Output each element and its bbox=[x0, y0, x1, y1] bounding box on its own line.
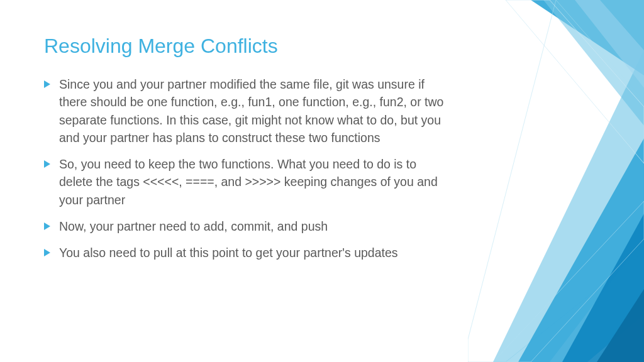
svg-marker-7 bbox=[506, 0, 644, 163]
slide-title: Resolving Merge Conflicts bbox=[44, 35, 453, 58]
bullet-item: Since you and your partner modified the … bbox=[44, 75, 453, 146]
bullet-item: Now, your partner need to add, commit, a… bbox=[44, 217, 453, 235]
svg-marker-6 bbox=[597, 289, 644, 362]
bullet-text: Now, your partner need to add, commit, a… bbox=[59, 217, 453, 235]
svg-marker-0 bbox=[531, 0, 644, 75]
svg-marker-4 bbox=[518, 138, 644, 362]
svg-marker-1 bbox=[543, 0, 644, 126]
bullet-item: So, you need to keep the two functions. … bbox=[44, 155, 453, 209]
slide-content: Resolving Merge Conflicts Since you and … bbox=[0, 0, 491, 289]
bullet-item: You also need to pull at this point to g… bbox=[44, 244, 453, 261]
svg-marker-3 bbox=[493, 50, 644, 362]
bullet-marker-icon bbox=[44, 249, 50, 256]
bullet-marker-icon bbox=[44, 160, 50, 168]
bullet-text: You also need to pull at this point to g… bbox=[59, 244, 453, 261]
svg-marker-8 bbox=[575, 0, 644, 88]
bullet-text: So, you need to keep the two functions. … bbox=[59, 155, 453, 209]
background-decoration bbox=[468, 0, 644, 362]
svg-marker-9 bbox=[493, 201, 644, 362]
svg-marker-2 bbox=[468, 0, 644, 362]
bullet-marker-icon bbox=[44, 80, 50, 88]
bullet-text: Since you and your partner modified the … bbox=[59, 75, 453, 146]
svg-marker-5 bbox=[562, 214, 644, 362]
bullet-list: Since you and your partner modified the … bbox=[44, 75, 453, 261]
bullet-marker-icon bbox=[44, 222, 50, 230]
